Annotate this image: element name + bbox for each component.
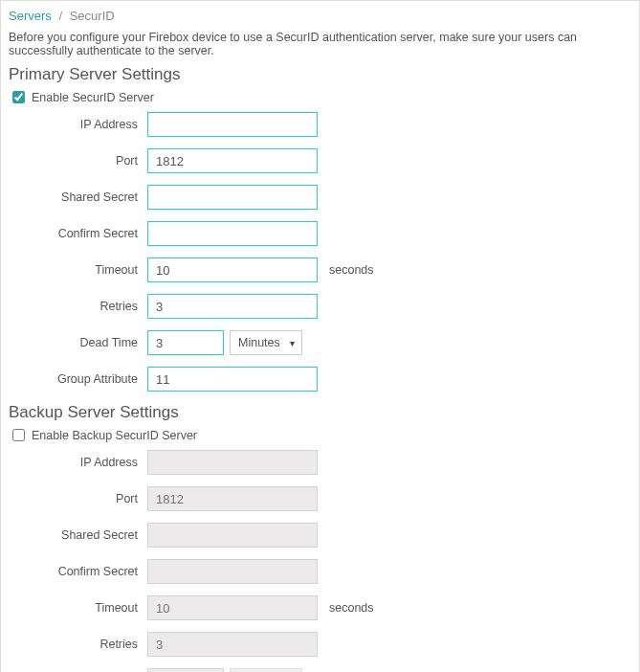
enable-backup-label: Enable Backup SecurID Server <box>32 429 197 442</box>
backup-confirm-input <box>147 559 318 584</box>
backup-timeout-suffix: seconds <box>329 601 374 615</box>
enable-backup-checkbox[interactable] <box>12 429 25 441</box>
breadcrumb-separator: / <box>55 9 66 23</box>
backup-ip-input <box>147 450 318 475</box>
breadcrumb-link-servers[interactable]: Servers <box>9 9 52 23</box>
backup-section-title: Backup Server Settings <box>9 403 631 422</box>
backup-confirm-label: Confirm Secret <box>9 565 147 578</box>
primary-timeout-suffix: seconds <box>329 263 374 277</box>
backup-timeout-input <box>147 595 318 620</box>
backup-shared-input <box>147 523 318 548</box>
backup-ip-label: IP Address <box>9 456 147 469</box>
backup-port-input <box>147 486 318 511</box>
backup-shared-label: Shared Secret <box>9 528 147 542</box>
primary-confirm-label: Confirm Secret <box>9 227 147 240</box>
backup-port-label: Port <box>9 492 147 505</box>
primary-shared-label: Shared Secret <box>9 190 147 204</box>
primary-section-title: Primary Server Settings <box>9 65 631 84</box>
primary-dead-unit-select[interactable]: Minutes <box>230 330 302 355</box>
primary-group-input[interactable] <box>147 367 318 392</box>
backup-dead-unit-select: Minutes <box>230 668 302 672</box>
primary-retries-label: Retries <box>9 300 147 313</box>
breadcrumb-current: SecurID <box>70 9 115 23</box>
primary-ip-label: IP Address <box>9 118 147 131</box>
primary-timeout-input[interactable] <box>147 258 318 282</box>
primary-confirm-input[interactable] <box>147 221 318 246</box>
backup-timeout-label: Timeout <box>9 601 147 615</box>
primary-dead-input[interactable] <box>147 330 224 355</box>
primary-dead-label: Dead Time <box>9 336 147 349</box>
backup-retries-input <box>147 632 318 657</box>
backup-retries-label: Retries <box>9 638 147 651</box>
primary-port-label: Port <box>9 154 147 168</box>
primary-shared-input[interactable] <box>147 185 318 210</box>
primary-retries-input[interactable] <box>147 294 318 319</box>
enable-primary-label: Enable SecurID Server <box>32 91 154 104</box>
enable-primary-checkbox[interactable] <box>12 91 25 103</box>
intro-text: Before you configure your Firebox device… <box>9 27 631 63</box>
primary-group-label: Group Attribute <box>9 372 147 386</box>
backup-dead-input <box>147 668 224 672</box>
primary-timeout-label: Timeout <box>9 263 147 277</box>
breadcrumb: Servers / SecurID <box>9 5 631 27</box>
primary-ip-input[interactable] <box>147 112 318 137</box>
primary-port-input[interactable] <box>147 148 318 173</box>
